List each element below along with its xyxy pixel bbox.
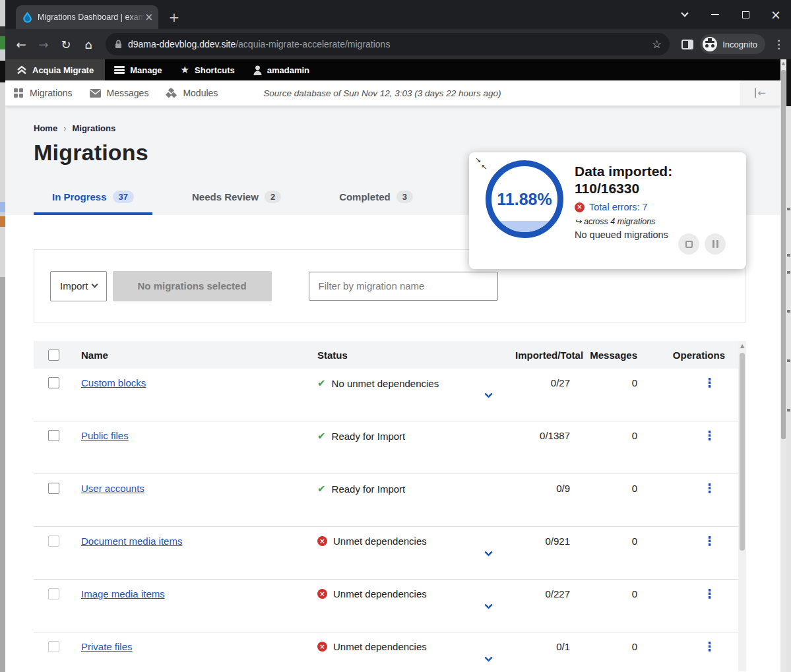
migrations-table: Name Status Imported/Total Messages Oper… xyxy=(34,341,746,671)
select-all-checkbox[interactable] xyxy=(48,350,59,361)
tab-completed[interactable]: Completed 3 xyxy=(321,183,431,215)
url-bar[interactable]: d9ama-ddevblog.ddev.site/acquia-migrate-… xyxy=(106,33,670,55)
row-operations-kebab-icon[interactable]: ⋮ xyxy=(703,534,725,548)
row-checkbox[interactable] xyxy=(48,483,59,494)
tab-count-badge: 37 xyxy=(113,191,134,203)
window-controls: × xyxy=(670,0,791,29)
row-checkbox[interactable] xyxy=(48,535,59,547)
status-text: Unmet dependencies xyxy=(333,535,427,547)
scroll-up-icon[interactable]: ▲ xyxy=(738,343,746,349)
collapse-left-icon: ← xyxy=(755,88,766,98)
table-scrollbar[interactable]: ▲ xyxy=(738,341,746,671)
status-chevron-down-icon[interactable] xyxy=(486,599,491,610)
status-chevron-down-icon[interactable] xyxy=(486,652,491,663)
home-icon[interactable]: ⌂ xyxy=(78,34,99,55)
page-scrollbar[interactable]: ▲ xyxy=(780,59,786,672)
stop-button[interactable] xyxy=(678,233,699,255)
background-window-edge-right xyxy=(786,106,791,672)
back-icon[interactable]: ← xyxy=(11,34,32,55)
pause-button[interactable] xyxy=(705,233,726,255)
scroll-up-icon[interactable]: ▲ xyxy=(780,61,786,66)
migration-name-link[interactable]: User accounts xyxy=(81,483,144,494)
header-status: Status xyxy=(317,350,515,361)
migration-name-link[interactable]: Image media items xyxy=(81,588,165,599)
pause-icon xyxy=(712,240,718,248)
window-close-icon[interactable]: × xyxy=(761,0,791,29)
tab-needs-review[interactable]: Needs Review 2 xyxy=(174,183,300,215)
breadcrumb-home-link[interactable]: Home xyxy=(34,123,57,133)
row-operations-kebab-icon[interactable]: ⋮ xyxy=(703,639,725,654)
browser-navbar: ← → ↻ ⌂ d9ama-ddevblog.ddev.site/acquia-… xyxy=(5,29,791,59)
toolbar-item-modules[interactable]: Modules xyxy=(157,80,226,106)
data-imported-fraction: 110/16330 xyxy=(575,180,740,197)
import-dropdown-button[interactable]: Import xyxy=(50,271,107,301)
hamburger-icon xyxy=(114,66,125,74)
error-icon: × xyxy=(575,202,585,212)
table-row: Private files ✔ × Unmet dependencies 0/1… xyxy=(34,632,746,671)
side-panel-icon[interactable] xyxy=(681,40,693,49)
filter-input[interactable] xyxy=(309,272,498,301)
toolbar-collapse-button[interactable]: ← xyxy=(740,80,780,106)
migration-name-link[interactable]: Custom blocks xyxy=(81,377,146,388)
progress-percent: 11.88% xyxy=(497,190,552,209)
status-chevron-down-icon[interactable] xyxy=(486,546,491,557)
messages-count: 0 xyxy=(575,483,644,494)
window-maximize-icon[interactable] xyxy=(730,0,761,29)
page-scrollbar-thumb[interactable] xyxy=(781,70,786,439)
toolbar-item-acquia-migrate[interactable]: Acquia Migrate xyxy=(5,59,105,80)
migration-name-link[interactable]: Private files xyxy=(81,641,133,652)
migration-name-link[interactable]: Document media items xyxy=(81,535,182,547)
new-tab-button[interactable]: + xyxy=(165,8,183,26)
bookmark-star-icon[interactable]: ☆ xyxy=(652,38,662,51)
imported-total-value: 0/9 xyxy=(515,483,575,494)
imported-total-value: 0/1 xyxy=(515,641,575,652)
row-checkbox[interactable] xyxy=(48,377,59,388)
row-operations-kebab-icon[interactable]: ⋮ xyxy=(703,375,725,390)
toolbar-item-manage[interactable]: Manage xyxy=(105,59,171,80)
incognito-badge: Incognito xyxy=(700,34,765,54)
progress-fill xyxy=(491,221,557,232)
resize-arrows-icon[interactable]: ↘↖ xyxy=(475,156,487,171)
reload-icon[interactable]: ↻ xyxy=(55,34,77,55)
lock-icon xyxy=(115,40,122,49)
envelope-icon xyxy=(90,89,101,98)
drupal-favicon xyxy=(22,12,32,23)
imported-total-value: 0/1387 xyxy=(515,430,575,441)
tab-title: Migrations Dashboard | example xyxy=(38,13,144,22)
messages-count: 0 xyxy=(575,588,644,599)
status-chevron-down-icon[interactable] xyxy=(486,388,491,399)
row-checkbox[interactable] xyxy=(48,588,59,599)
secondary-toolbar: Migrations Messages Modules Source datab… xyxy=(5,80,780,106)
toolbar-item-user[interactable]: amadamin xyxy=(244,59,319,80)
toolbar-item-migrations[interactable]: Migrations xyxy=(5,80,81,106)
window-menu-chevron-icon[interactable] xyxy=(670,0,700,29)
tab-close-icon[interactable]: × xyxy=(144,13,153,22)
toolbar-item-shortcuts[interactable]: ★ Shortcuts xyxy=(172,59,244,80)
forward-icon[interactable]: → xyxy=(33,34,54,55)
imported-total-value: 0/921 xyxy=(515,535,575,547)
no-migrations-selected-button[interactable]: No migrations selected xyxy=(113,271,272,301)
row-checkbox[interactable] xyxy=(48,430,59,441)
table-scrollbar-thumb[interactable] xyxy=(740,353,745,551)
tab-count-badge: 3 xyxy=(396,191,413,203)
incognito-icon xyxy=(703,37,717,51)
row-checkbox[interactable] xyxy=(48,641,59,652)
header-name: Name xyxy=(73,350,317,361)
total-errors-link[interactable]: Total errors: 7 xyxy=(589,202,648,212)
row-operations-kebab-icon[interactable]: ⋮ xyxy=(703,481,725,495)
import-progress-popup: ↘↖ 11.88% Data imported: 110/16330 × Tot… xyxy=(469,152,746,269)
header-operations: Operations xyxy=(644,350,746,361)
migration-name-link[interactable]: Public files xyxy=(81,430,129,441)
browser-tab[interactable]: Migrations Dashboard | example × xyxy=(16,5,158,29)
browser-menu-icon[interactable]: ⋮ xyxy=(773,38,784,51)
status-error-icon: × xyxy=(317,536,327,546)
toolbar-item-messages[interactable]: Messages xyxy=(81,80,158,106)
data-imported-heading: Data imported: xyxy=(575,163,740,180)
messages-count: 0 xyxy=(575,377,644,388)
row-operations-kebab-icon[interactable]: ⋮ xyxy=(703,586,725,601)
window-minimize-icon[interactable] xyxy=(700,0,730,29)
row-operations-kebab-icon[interactable]: ⋮ xyxy=(703,428,725,443)
tab-in-progress[interactable]: In Progress 37 xyxy=(34,183,152,215)
status-text: Unmet dependencies xyxy=(333,588,427,599)
breadcrumb-current: Migrations xyxy=(72,123,115,133)
